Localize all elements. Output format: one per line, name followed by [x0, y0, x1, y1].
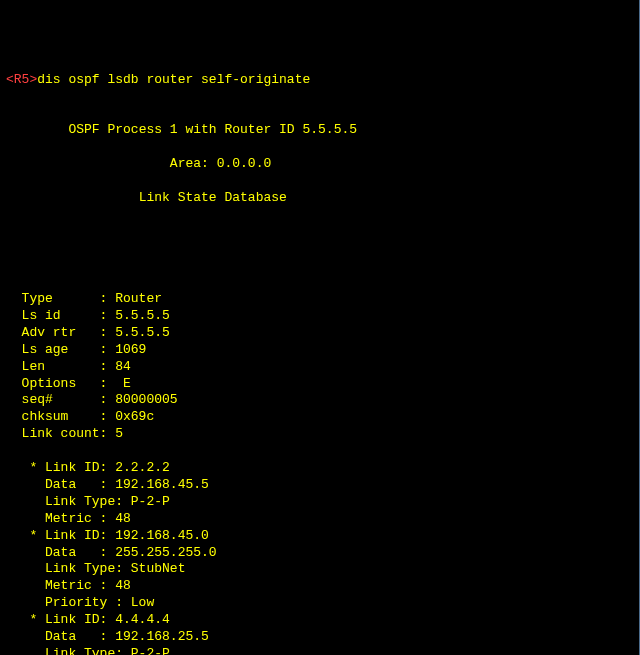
- link-row: Data : 192.168.45.5: [6, 477, 633, 494]
- lsa-field-row: Ls age : 1069: [6, 342, 633, 359]
- link-row: * Link ID: 2.2.2.2: [6, 460, 633, 477]
- blank-line: [6, 224, 633, 241]
- ospf-header: OSPF Process 1 with Router ID 5.5.5.5: [6, 122, 633, 139]
- lsa-field-row: Options : E: [6, 376, 633, 393]
- lsa-field-row: Link count: 5: [6, 426, 633, 443]
- header-area: Area: 0.0.0.0: [170, 156, 271, 171]
- lsa-field-row: chksum : 0x69c: [6, 409, 633, 426]
- link-row: Metric : 48: [6, 511, 633, 528]
- link-row: Link Type: P-2-P: [6, 494, 633, 511]
- lsa-links: * Link ID: 2.2.2.2 Data : 192.168.45.5 L…: [6, 460, 633, 655]
- lsa-field-row: Type : Router: [6, 291, 633, 308]
- blank-line: [6, 88, 633, 105]
- link-row: * Link ID: 192.168.45.0: [6, 528, 633, 545]
- link-row: Data : 192.168.25.5: [6, 629, 633, 646]
- link-row: Link Type: StubNet: [6, 561, 633, 578]
- command-text: dis ospf lsdb router self-originate: [37, 72, 310, 87]
- lsa-field-row: seq# : 80000005: [6, 392, 633, 409]
- link-row: * Link ID: 4.4.4.4: [6, 612, 633, 629]
- blank-line: [6, 257, 633, 274]
- link-row: Data : 255.255.255.0: [6, 545, 633, 562]
- lsa-fields: Type : Router Ls id : 5.5.5.5 Adv rtr : …: [6, 291, 633, 443]
- link-row: Priority : Low: [6, 595, 633, 612]
- ospf-lsdb: Link State Database: [6, 190, 633, 207]
- prompt-host: <R5>: [6, 72, 37, 87]
- lsa-field-row: Adv rtr : 5.5.5.5: [6, 325, 633, 342]
- lsa-field-row: Ls id : 5.5.5.5: [6, 308, 633, 325]
- link-row: Link Type: P-2-P: [6, 646, 633, 655]
- header-process: OSPF Process 1 with Router ID 5.5.5.5: [68, 122, 357, 137]
- lsa-field-row: Len : 84: [6, 359, 633, 376]
- terminal[interactable]: <R5>dis ospf lsdb router self-originate …: [6, 72, 633, 655]
- link-row: Metric : 48: [6, 578, 633, 595]
- ospf-area: Area: 0.0.0.0: [6, 156, 633, 173]
- header-lsdb: Link State Database: [139, 190, 287, 205]
